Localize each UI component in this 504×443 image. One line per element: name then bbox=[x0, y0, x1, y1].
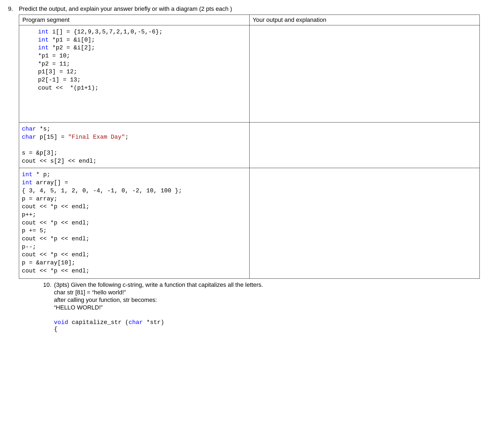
table-row: char *s; char p[15] = "Final Exam Day"; … bbox=[19, 122, 480, 168]
q10-prompt: (3pts) Given the following c-string, wri… bbox=[54, 281, 263, 288]
q9-number: 9. bbox=[8, 5, 16, 12]
q10-body: char str [81] = “hello world!” after cal… bbox=[54, 289, 496, 333]
table-row: int i[] = {12,9,3,5,7,2,1,0,-5,-6}; int … bbox=[19, 25, 480, 122]
q10-header-row: 10. (3pts) Given the following c-string,… bbox=[43, 281, 496, 288]
keyword: int bbox=[38, 45, 49, 51]
q9-prompt: Predict the output, and explain your ans… bbox=[19, 5, 496, 12]
question-10-container: 10. (3pts) Given the following c-string,… bbox=[43, 281, 496, 333]
q10-line2: after calling your function, str becomes… bbox=[54, 297, 496, 304]
answer-cell-2 bbox=[249, 122, 480, 168]
q10-line1: char str [81] = “hello world!” bbox=[54, 289, 496, 296]
answer-cell-1 bbox=[249, 25, 480, 122]
q9-table-wrap: Program segment Your output and explanat… bbox=[19, 15, 480, 279]
string-literal: "Final Exam Day" bbox=[68, 134, 125, 141]
keyword: int bbox=[38, 29, 49, 35]
q10-line3: “HELLO WORLD!” bbox=[54, 304, 496, 311]
answer-cell-3 bbox=[249, 168, 480, 279]
q10-number: 10. bbox=[43, 281, 51, 288]
keyword: int bbox=[22, 179, 33, 186]
keyword: int bbox=[38, 37, 49, 43]
code-cell-3: int * p; int array[] = { 3, 4, 5, 1, 2, … bbox=[19, 168, 250, 279]
q10-code: void capitalize_str (char *str) { bbox=[54, 319, 496, 333]
code-block-2: char *s; char p[15] = "Final Exam Day"; … bbox=[22, 124, 247, 166]
q9-table: Program segment Your output and explanat… bbox=[19, 15, 480, 279]
keyword: char bbox=[129, 319, 143, 326]
code-cell-1: int i[] = {12,9,3,5,7,2,1,0,-5,-6}; int … bbox=[19, 25, 250, 122]
code-cell-2: char *s; char p[15] = "Final Exam Day"; … bbox=[19, 122, 250, 168]
keyword: char bbox=[22, 134, 36, 141]
keyword: void bbox=[54, 319, 68, 326]
code-block-1: int i[] = {12,9,3,5,7,2,1,0,-5,-6}; int … bbox=[22, 27, 247, 93]
table-header-row: Program segment Your output and explanat… bbox=[19, 15, 480, 25]
table-row: int * p; int array[] = { 3, 4, 5, 1, 2, … bbox=[19, 168, 480, 279]
header-program-segment: Program segment bbox=[19, 15, 250, 25]
question-9-header: 9. Predict the output, and explain your … bbox=[8, 5, 496, 12]
keyword: char bbox=[22, 126, 36, 132]
header-output-explanation: Your output and explanation bbox=[249, 15, 480, 25]
keyword: int bbox=[22, 171, 33, 178]
code-block-3: int * p; int array[] = { 3, 4, 5, 1, 2, … bbox=[22, 170, 247, 276]
